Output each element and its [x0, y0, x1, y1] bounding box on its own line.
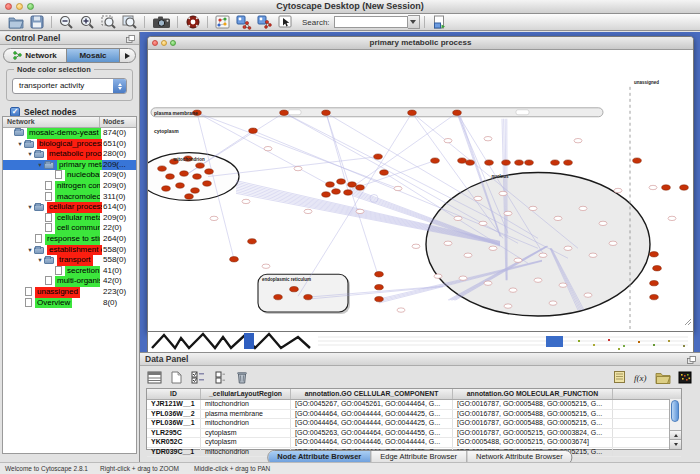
network-view-a-button[interactable]: [234, 15, 253, 30]
expander-icon[interactable]: ▼: [16, 139, 24, 150]
table-scrollbar[interactable]: [669, 399, 681, 449]
network-node[interactable]: [609, 241, 617, 245]
tree-row[interactable]: multi-organism pro...42(0): [3, 276, 136, 287]
table-cell[interactable]: [GO:0016787, GO:0005215, GO:0003824, G..…: [453, 429, 613, 438]
new-attribute-button[interactable]: [167, 369, 185, 385]
zoom-in-button[interactable]: [78, 15, 97, 30]
network-node-selected[interactable]: [356, 185, 365, 190]
network-node[interactable]: [459, 276, 467, 280]
network-node-selected[interactable]: [633, 158, 642, 163]
minimize-button[interactable]: [16, 3, 23, 10]
network-node[interactable]: [434, 274, 442, 278]
maximize-button[interactable]: [27, 3, 34, 10]
network-node[interactable]: [264, 146, 272, 150]
network-node[interactable]: [397, 308, 405, 312]
network-node[interactable]: [554, 216, 562, 220]
column-header[interactable]: annotation.GO CELLULAR_COMPONENT: [291, 389, 453, 399]
network-node[interactable]: [549, 301, 557, 305]
select-attributes-button[interactable]: [189, 369, 207, 385]
tab-mosaic[interactable]: Mosaic: [66, 49, 120, 62]
tree-row[interactable]: ▼establishment of lo...558(0): [3, 245, 136, 256]
tree-row[interactable]: secretion41(0): [3, 266, 136, 277]
layout-settings-button[interactable]: [213, 15, 232, 30]
network-node[interactable]: [412, 244, 420, 248]
network-node-selected[interactable]: [453, 110, 462, 115]
network-node-selected[interactable]: [249, 128, 258, 133]
network-node-selected[interactable]: [502, 160, 511, 165]
network-view-window[interactable]: primary metabolic process plasm: [147, 36, 694, 332]
network-node[interactable]: [356, 209, 364, 213]
column-header[interactable]: ID: [147, 389, 201, 399]
tab-scroll-right-button[interactable]: [120, 49, 135, 62]
table-cell[interactable]: YPL036W__2: [147, 410, 201, 419]
tree-row[interactable]: cell communicat...22(0): [3, 223, 136, 234]
attribute-editor-button[interactable]: [610, 369, 628, 385]
network-node-selected[interactable]: [485, 160, 494, 165]
table-cell[interactable]: YJR121W__1: [147, 400, 201, 409]
network-canvas[interactable]: plasma membrane cytoplasm mitochondrion …: [148, 49, 693, 331]
table-cell[interactable]: YKR052C: [147, 438, 201, 447]
table-cell[interactable]: plasma membrane: [201, 410, 291, 419]
scrollbar-thumb[interactable]: [671, 400, 679, 422]
network-node-selected[interactable]: [185, 194, 194, 199]
network-window-controls[interactable]: [152, 40, 176, 46]
select-mode-button[interactable]: [276, 15, 295, 30]
network-node[interactable]: [509, 288, 517, 292]
network-node[interactable]: [649, 185, 657, 189]
maximize-button[interactable]: [170, 40, 176, 46]
network-edge[interactable]: [326, 113, 348, 191]
minimize-button[interactable]: [161, 40, 167, 46]
close-button[interactable]: [152, 40, 158, 46]
table-row[interactable]: YPL036W__1mitochondrion[GO:0044464, GO:0…: [147, 419, 681, 429]
network-node[interactable]: [514, 258, 522, 262]
network-node-selected[interactable]: [337, 179, 346, 184]
table-row[interactable]: YPL036W__2plasma membrane[GO:0044464, GO…: [147, 410, 681, 420]
network-node[interactable]: [579, 206, 587, 210]
network-node-selected[interactable]: [375, 284, 384, 289]
network-node[interactable]: [489, 246, 497, 250]
network-node[interactable]: [294, 166, 302, 170]
search-dropdown-button[interactable]: [408, 15, 420, 29]
network-node-selected[interactable]: [158, 166, 167, 171]
zoom-out-button[interactable]: [57, 15, 76, 30]
snapshot-button[interactable]: [150, 15, 172, 30]
tree-row[interactable]: response to stimulu...264(0): [3, 234, 136, 245]
table-row[interactable]: YKR052Ccytoplasm[GO:0044464, GO:0044446,…: [147, 438, 681, 448]
network-node[interactable]: [454, 216, 462, 220]
network-node[interactable]: [539, 253, 547, 257]
table-row[interactable]: YJR121W__1mitochondrion[GO:0045267, GO:0…: [147, 400, 681, 410]
network-node-selected[interactable]: [290, 286, 299, 291]
network-node-selected[interactable]: [326, 182, 335, 187]
function-builder-button[interactable]: f(x): [632, 369, 650, 385]
expander-icon[interactable]: ▼: [26, 202, 34, 213]
network-node[interactable]: [599, 221, 607, 225]
network-node[interactable]: [534, 278, 542, 282]
attribute-matrix-button[interactable]: [676, 369, 694, 385]
tree-row[interactable]: ▼transport558(0): [3, 255, 136, 266]
tree-row[interactable]: ▼metabolic process280(0): [3, 149, 136, 160]
table-cell[interactable]: [GO:0045263, GO:0044464, GO:0044455, G..…: [291, 429, 453, 438]
network-node[interactable]: [668, 216, 676, 220]
tree-row[interactable]: mosaic-demo-yeast874(0): [3, 128, 136, 139]
network-node[interactable]: [589, 253, 597, 257]
network-node-selected[interactable]: [408, 110, 417, 115]
table-cell[interactable]: [GO:0016787, GO:0005488, GO:0005215, G..…: [453, 410, 613, 419]
network-node-selected[interactable]: [515, 160, 524, 165]
tab-network[interactable]: Network: [4, 49, 66, 62]
network-node-selected[interactable]: [375, 272, 384, 277]
network-node-selected[interactable]: [176, 183, 185, 188]
network-node-selected[interactable]: [458, 158, 467, 163]
network-node-selected[interactable]: [374, 154, 383, 159]
network-node[interactable]: [614, 188, 622, 192]
network-node-selected[interactable]: [564, 160, 573, 165]
network-view-b-button[interactable]: [255, 15, 274, 30]
table-cell[interactable]: [GO:0016787, GO:0005488, GO:0005215, G..…: [453, 400, 613, 409]
network-node-selected[interactable]: [375, 296, 384, 301]
expander-icon[interactable]: ▼: [26, 245, 34, 256]
column-header[interactable]: _cellularLayoutRegion: [201, 389, 291, 399]
save-session-button[interactable]: [27, 15, 46, 30]
network-node-selected[interactable]: [304, 294, 313, 299]
table-cell[interactable]: [GO:0044464, GO:0044444, GO:0044425, G..…: [291, 419, 453, 428]
network-node-selected[interactable]: [193, 174, 202, 179]
zoom-fit-button[interactable]: [120, 15, 139, 30]
